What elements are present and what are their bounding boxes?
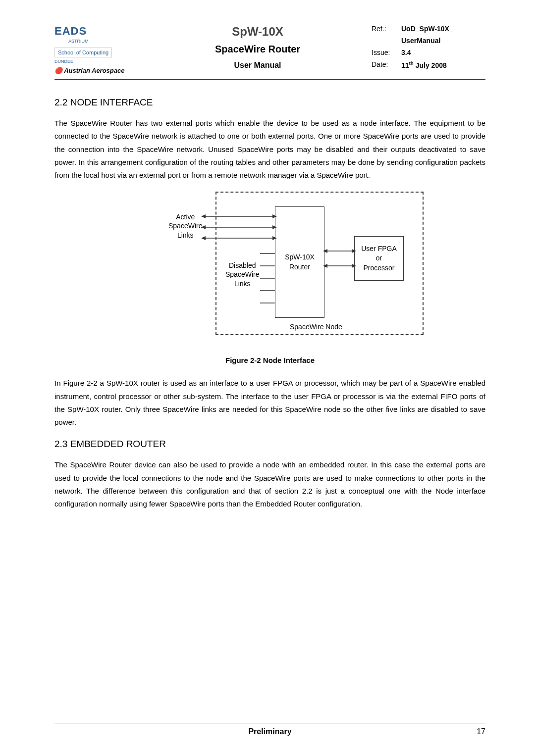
austrian-logo-text: 🔴 Austrian Aerospace	[54, 67, 144, 74]
school-logo-text: School of Computing	[54, 48, 112, 57]
doc-title-main: SpW-10X	[144, 25, 372, 39]
section-2-3-heading: 2.3 EMBEDDED ROUTER	[54, 439, 485, 450]
page-number: 17	[477, 727, 485, 736]
document-header: EADS ASTRIUM School of Computing DUNDEE …	[54, 25, 485, 80]
astrium-logo-text: ASTRIUM	[68, 39, 144, 44]
ref-value2: UserManual	[401, 37, 440, 45]
page-footer: Preliminary 17	[54, 723, 485, 736]
section-2-3-para: The SpaceWire Router device can also be …	[54, 458, 485, 510]
figure-caption: Figure 2-2 Node Interface	[54, 356, 485, 364]
section-2-2-para: The SpaceWire Router has two external po…	[54, 117, 485, 182]
issue-value: 3.4	[401, 49, 411, 56]
disabled-links-label: Disabled SpaceWire Links	[225, 261, 259, 288]
doc-title-third: User Manual	[144, 61, 372, 70]
eads-logo-text: EADS	[54, 25, 144, 38]
section-2-2-heading: 2.2 NODE INTERFACE	[54, 97, 485, 108]
logo-block: EADS ASTRIUM School of Computing DUNDEE …	[54, 25, 144, 74]
fpga-box: User FPGA or Processor	[354, 236, 404, 281]
router-box: SpW-10X Router	[275, 206, 324, 318]
active-links-label: Active SpaceWire Links	[168, 212, 202, 240]
ref-value: UoD_SpW-10X_	[401, 25, 453, 33]
node-label: SpaceWire Node	[290, 323, 342, 331]
node-interface-diagram: SpW-10X Router User FPGA or Processor Ac…	[116, 192, 424, 345]
doc-title-sub: SpaceWire Router	[144, 44, 372, 55]
figure-container: SpW-10X Router User FPGA or Processor Ac…	[54, 192, 485, 364]
date-value: 11th July 2008	[401, 60, 447, 69]
footer-status: Preliminary	[248, 727, 291, 736]
figure-description-para: In Figure 2-2 a SpW-10X router is used a…	[54, 377, 485, 429]
date-label: Date:	[372, 60, 401, 69]
issue-label: Issue:	[372, 49, 401, 56]
ref-label: Ref.:	[372, 25, 401, 33]
header-meta-block: Ref.: UoD_SpW-10X_ UserManual Issue: 3.4…	[372, 25, 485, 74]
header-title-block: SpW-10X SpaceWire Router User Manual	[144, 25, 372, 74]
dundee-logo-text: DUNDEE	[54, 59, 144, 64]
